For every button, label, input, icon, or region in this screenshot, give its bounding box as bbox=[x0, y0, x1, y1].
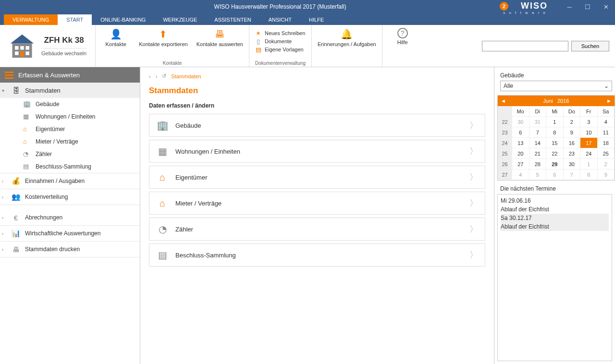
calendar-cell[interactable]: 20 bbox=[512, 148, 529, 159]
calendar-cell[interactable]: 4 bbox=[512, 170, 529, 180]
calendar-cell[interactable]: 25 bbox=[598, 148, 615, 159]
cal-prev-icon[interactable]: ◄ bbox=[501, 98, 506, 104]
calendar-cell[interactable]: 22 bbox=[546, 148, 564, 159]
sidebar-item-einnahmen[interactable]: ›💰Einnahmen / Ausgaben bbox=[0, 173, 140, 189]
calendar-cell[interactable]: 30 bbox=[512, 117, 529, 127]
card-mieter[interactable]: ⌂Mieter / Verträge〉 bbox=[149, 192, 485, 215]
calendar-cell[interactable]: 27 bbox=[512, 159, 529, 170]
cal-next-icon[interactable]: ► bbox=[606, 98, 612, 104]
nav-forward-icon[interactable]: › bbox=[156, 73, 158, 79]
card-beschluss[interactable]: ▤Beschluss-Sammlung〉 bbox=[149, 243, 485, 267]
calendar-cell[interactable]: 26 bbox=[498, 159, 512, 170]
brand-name: WISO bbox=[521, 1, 548, 11]
calendar-cell[interactable]: 7 bbox=[529, 127, 547, 138]
calendar-cell[interactable]: 27 bbox=[498, 170, 512, 180]
tab-ansicht[interactable]: ANSICHT bbox=[260, 14, 300, 25]
sidebar-item-abrechnungen[interactable]: ›€Abrechnungen bbox=[0, 210, 140, 225]
calendar-cell[interactable]: 24 bbox=[580, 148, 598, 159]
sidebar-sub-gebaeude[interactable]: 🏢Gebäude bbox=[0, 98, 140, 110]
tab-werkzeuge[interactable]: WERKZEUGE bbox=[154, 14, 206, 25]
export-contacts-button[interactable]: ⬆ Kontakte exportieren bbox=[139, 28, 188, 47]
nav-back-icon[interactable]: ‹ bbox=[149, 73, 151, 79]
sidebar-item-stammdaten[interactable]: ▾ 🗄 Stammdaten bbox=[0, 83, 140, 98]
minimize-button[interactable]: ─ bbox=[560, 0, 578, 13]
templates-button[interactable]: ▤Eigene Vorlagen bbox=[255, 46, 304, 53]
calendar-cell[interactable]: 7 bbox=[564, 170, 581, 180]
tab-hilfe[interactable]: HILFE bbox=[300, 14, 332, 25]
calendar-cell[interactable]: 5 bbox=[529, 170, 547, 180]
ribbon: ZFH Kk 38 Gebäude wechseln 👤 Kontakte ⬆ … bbox=[0, 25, 615, 67]
calendar-cell[interactable]: 4 bbox=[598, 117, 615, 127]
calendar-cell[interactable]: 2 bbox=[598, 159, 615, 170]
calendar-cell[interactable]: 16 bbox=[564, 138, 581, 148]
calendar-cell[interactable]: 8 bbox=[580, 170, 598, 180]
event-row[interactable]: Ablauf der Eichfrist bbox=[501, 222, 609, 231]
tab-verwaltung[interactable]: VERWALTUNG bbox=[4, 14, 58, 25]
calendar-cell[interactable]: 9 bbox=[598, 170, 615, 180]
calendar-cell[interactable]: 1 bbox=[546, 117, 564, 127]
help-button[interactable]: ? Hilfe bbox=[388, 28, 417, 45]
calendar-cell[interactable]: 8 bbox=[546, 127, 564, 138]
close-button[interactable]: ✕ bbox=[597, 0, 615, 13]
calendar-cell[interactable]: 1 bbox=[580, 159, 598, 170]
card-eigentuemer[interactable]: ⌂Eigentümer〉 bbox=[149, 166, 485, 189]
calendar-cell[interactable]: 23 bbox=[498, 127, 512, 138]
svg-rect-3 bbox=[20, 46, 24, 49]
calendar-cell[interactable]: 29 bbox=[546, 159, 564, 170]
calendar-cell[interactable]: 21 bbox=[529, 148, 547, 159]
sidebar-sub-wohnungen[interactable]: ▦Wohnungen / Einheiten bbox=[0, 110, 140, 123]
sidebar-sub-zaehler[interactable]: ◔Zähler bbox=[0, 148, 140, 160]
sidebar-item-kosten[interactable]: ›👥Kostenverteilung bbox=[0, 189, 140, 205]
building-title: ZFH Kk 38 bbox=[44, 36, 84, 45]
sidebar-item-auswertungen[interactable]: ›📊Wirtschaftliche Auswertungen bbox=[0, 226, 140, 241]
maximize-button[interactable]: ☐ bbox=[578, 0, 597, 13]
sidebar-sub-eigentuemer[interactable]: ⌂Eigentümer bbox=[0, 123, 140, 135]
tab-start[interactable]: START bbox=[58, 14, 92, 25]
calendar-cell[interactable]: 17 bbox=[580, 138, 598, 148]
calendar-cell[interactable]: 9 bbox=[564, 127, 581, 138]
calendar-cell[interactable]: 15 bbox=[546, 138, 564, 148]
tab-assistenten[interactable]: ASSISTENTEN bbox=[206, 14, 259, 25]
documents-button[interactable]: ▯Dokumente bbox=[255, 38, 292, 45]
event-row[interactable]: Ablauf der Eichfrist bbox=[501, 205, 609, 214]
tab-online-banking[interactable]: ONLINE-BANKING bbox=[92, 14, 154, 25]
analyze-contacts-button[interactable]: 🖶 Kontakte auswerten bbox=[197, 28, 243, 47]
card-wohnungen[interactable]: ▦Wohnungen / Einheiten〉 bbox=[149, 140, 485, 163]
calendar-cell[interactable]: 3 bbox=[580, 117, 598, 127]
search-input[interactable] bbox=[482, 41, 568, 51]
building-small-icon: 🏢 bbox=[23, 100, 32, 108]
new-document-button[interactable]: ✶Neues Schreiben bbox=[255, 30, 305, 36]
sidebar-sub-mieter[interactable]: ⌂Mieter / Verträge bbox=[0, 135, 140, 148]
calendar-cell[interactable]: 28 bbox=[529, 159, 547, 170]
switch-building-button[interactable]: Gebäude wechseln bbox=[41, 48, 86, 56]
calendar-cell[interactable]: 23 bbox=[564, 148, 581, 159]
calendar-cell[interactable]: 10 bbox=[580, 127, 598, 138]
sidebar-item-drucken[interactable]: ›🖶Stammdaten drucken bbox=[0, 242, 140, 257]
history-icon[interactable]: ↺ bbox=[162, 73, 166, 79]
calendar-cell[interactable]: 14 bbox=[529, 138, 547, 148]
calendar-cell[interactable]: 31 bbox=[529, 117, 547, 127]
calendar-cell[interactable]: 6 bbox=[546, 170, 564, 180]
calendar-cell[interactable]: 24 bbox=[498, 138, 512, 148]
event-row[interactable]: Sa 30.12.17 bbox=[501, 214, 609, 222]
collection-icon: ▤ bbox=[156, 249, 169, 261]
calendar-cell[interactable]: 13 bbox=[512, 138, 529, 148]
card-zaehler[interactable]: ◔Zähler〉 bbox=[149, 218, 485, 241]
sidebar-sub-beschluss[interactable]: ▤Beschluss-Sammlung bbox=[0, 160, 140, 173]
contacts-button[interactable]: 👤 Kontakte bbox=[101, 28, 130, 47]
calendar-cell[interactable]: 30 bbox=[564, 159, 581, 170]
card-gebaeude[interactable]: 🏢Gebäude〉 bbox=[149, 114, 485, 137]
calendar-cell[interactable]: 6 bbox=[512, 127, 529, 138]
search-button[interactable]: Suchen bbox=[571, 41, 609, 51]
calendar-cell[interactable]: 2 bbox=[564, 117, 581, 127]
floorplan-icon: ▦ bbox=[23, 113, 32, 121]
reminders-button[interactable]: 🔔 Erinnerungen / Aufgaben bbox=[318, 28, 376, 47]
calendar-cell[interactable]: 25 bbox=[498, 148, 512, 159]
calendar-cell[interactable]: 11 bbox=[598, 127, 615, 138]
svg-rect-4 bbox=[25, 46, 29, 49]
menu-icon[interactable] bbox=[5, 72, 13, 79]
building-filter-select[interactable]: Alle ⌄ bbox=[500, 81, 612, 91]
calendar-cell[interactable]: 18 bbox=[598, 138, 615, 148]
event-row[interactable]: Mi 29.06.16 bbox=[501, 196, 609, 205]
calendar-cell[interactable]: 22 bbox=[498, 117, 512, 127]
